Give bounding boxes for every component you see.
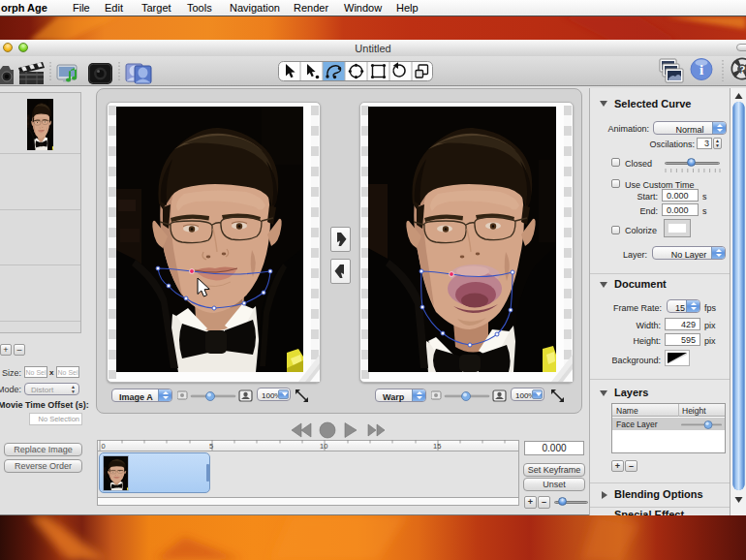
svg-text:i: i [699, 62, 703, 78]
svg-text:?: ? [740, 63, 746, 77]
svg-text:5: 5 [209, 442, 213, 451]
svg-text:10: 10 [320, 442, 327, 451]
svg-text:0: 0 [102, 442, 106, 451]
svg-text:15: 15 [433, 442, 441, 451]
